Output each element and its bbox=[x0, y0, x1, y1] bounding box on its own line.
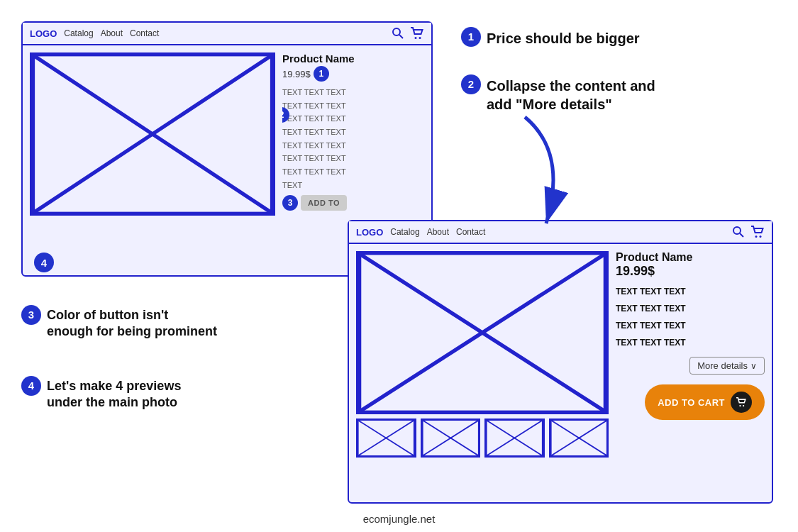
after-text: TEXT TEXT TEXTTEXT TEXT TEXTTEXT TEXT TE… bbox=[616, 283, 765, 351]
before-product-name: Product Name bbox=[282, 52, 424, 65]
after-nav-icons bbox=[732, 226, 765, 238]
more-details-btn[interactable]: More details ∨ bbox=[689, 357, 765, 375]
badge-4-before: 4 bbox=[34, 253, 54, 272]
before-main-image bbox=[30, 52, 275, 216]
before-nav-contact: Contact bbox=[130, 28, 159, 38]
before-price: 19.99$ bbox=[282, 69, 311, 79]
footer: ecomjungle.net bbox=[363, 513, 436, 525]
cart-icon bbox=[410, 27, 424, 40]
add-to-cart-button[interactable]: ADD TO CART bbox=[645, 384, 765, 420]
thumb-3[interactable] bbox=[484, 419, 545, 458]
svg-point-3 bbox=[419, 37, 421, 39]
after-search-icon bbox=[732, 226, 745, 238]
thumb-4[interactable] bbox=[549, 419, 609, 458]
before-nav-catalog: Catalog bbox=[64, 28, 93, 38]
svg-point-9 bbox=[755, 235, 758, 238]
after-main-image bbox=[356, 251, 609, 414]
svg-line-8 bbox=[740, 233, 743, 237]
svg-line-1 bbox=[399, 35, 403, 38]
before-nav-about: About bbox=[101, 28, 123, 38]
svg-point-7 bbox=[733, 227, 741, 234]
badge-4-annotation: 4 bbox=[21, 376, 41, 396]
search-icon bbox=[392, 27, 404, 40]
annotation-3: 3 Color of button isn'tenough for being … bbox=[21, 305, 217, 340]
after-nav-catalog: Catalog bbox=[390, 227, 419, 237]
after-thumbnails bbox=[356, 419, 609, 458]
badge-3-annotation: 3 bbox=[21, 305, 41, 325]
after-product-name: Product Name 19.99$ bbox=[616, 251, 765, 279]
badge-1-annotation: 1 bbox=[461, 27, 481, 47]
after-price: 19.99$ bbox=[616, 264, 655, 278]
after-cart-icon bbox=[750, 226, 765, 238]
annotation-arrow bbox=[454, 110, 596, 238]
svg-point-27 bbox=[743, 405, 744, 406]
thumb-1[interactable] bbox=[356, 419, 416, 458]
badge-1-before: 1 bbox=[314, 66, 329, 82]
before-text: TEXT TEXT TEXTTEXT TEXT TEXTTEXT TEXT TE… bbox=[282, 86, 424, 192]
after-nav-about: About bbox=[427, 227, 449, 237]
svg-point-0 bbox=[393, 28, 400, 35]
before-logo: LOGO bbox=[30, 28, 57, 39]
mockup-after: LOGO Catalog About Contact bbox=[348, 220, 773, 504]
before-nav: LOGO Catalog About Contact bbox=[23, 23, 431, 45]
annotation-4: 4 Let's make 4 previewsunder the main ph… bbox=[21, 376, 181, 411]
cart-button-icon bbox=[731, 392, 752, 413]
cart-svg-icon bbox=[736, 397, 747, 407]
svg-point-10 bbox=[760, 235, 762, 238]
badge-3-before: 3 bbox=[282, 195, 298, 211]
before-nav-icons bbox=[392, 27, 424, 40]
annotation-2: 2 Collapse the content andadd "More deta… bbox=[461, 74, 655, 113]
badge-2-annotation: 2 bbox=[461, 74, 481, 94]
annotation-1: 1 Price should be bigger bbox=[461, 27, 640, 48]
before-add-to-cart[interactable]: ADD TO bbox=[301, 195, 347, 211]
svg-point-26 bbox=[739, 405, 741, 406]
thumb-2[interactable] bbox=[421, 419, 481, 458]
after-logo: LOGO bbox=[356, 227, 383, 238]
chevron-down-icon: ∨ bbox=[750, 361, 757, 371]
svg-point-2 bbox=[415, 37, 417, 39]
